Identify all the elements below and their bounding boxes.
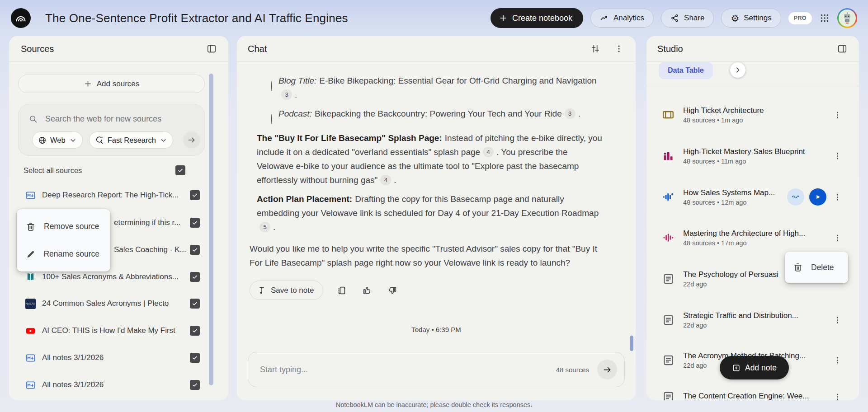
studio-panel: Studio Data Table High Ticket Architectu…: [646, 36, 859, 400]
chat-message: Blog Title:E-Bike Bikepacking: Essential…: [237, 62, 636, 300]
chat-input[interactable]: [260, 365, 556, 375]
source-checkbox[interactable]: [190, 218, 200, 228]
source-title: All notes 3/1/2026: [42, 353, 104, 362]
citation-chip[interactable]: 5: [259, 222, 270, 232]
data-table-chip[interactable]: Data Table: [659, 62, 713, 79]
chip-scroll-right-button[interactable]: [730, 62, 745, 78]
web-dropdown-label: Web: [50, 136, 66, 145]
rename-source-label: Rename source: [43, 249, 99, 259]
send-button[interactable]: [597, 360, 617, 379]
source-checkbox[interactable]: [190, 190, 200, 200]
source-checkbox[interactable]: [190, 245, 200, 255]
report-doc-icon: [661, 353, 675, 367]
studio-item[interactable]: The Content Creation Engine: Wee...: [646, 386, 859, 400]
search-sources-input[interactable]: [45, 114, 197, 124]
chat-settings-icon[interactable]: [589, 42, 602, 56]
studio-item-meta: 48 sources • 12m ago: [683, 199, 774, 206]
source-row[interactable]: Deep Research Report: The High-Tick...: [9, 185, 228, 205]
studio-item[interactable]: High Ticket Architecture 48 sources • 1m…: [646, 104, 859, 125]
apps-grid-icon[interactable]: [819, 13, 830, 23]
more-options-icon[interactable]: [831, 354, 844, 366]
citation-chip[interactable]: 3: [281, 89, 292, 100]
report-doc-icon: [661, 313, 675, 327]
source-checkbox[interactable]: [190, 380, 200, 390]
create-notebook-button[interactable]: Create notebook: [491, 8, 583, 28]
citation-chip[interactable]: 3: [565, 108, 576, 119]
studio-item-meta: 48 sources • 1m ago: [683, 117, 764, 124]
chat-bullet: Action Plan Placement:Drafting the copy …: [250, 192, 602, 234]
robot-avatar-icon: [842, 12, 853, 24]
citation-chip[interactable]: 4: [380, 175, 391, 185]
select-all-label: Select all sources: [24, 166, 82, 175]
interactive-mode-button[interactable]: [787, 188, 804, 206]
studio-item-meta: 22d ago: [683, 281, 778, 288]
more-options-icon[interactable]: [831, 390, 844, 400]
share-button[interactable]: Share: [661, 9, 714, 28]
more-options-icon[interactable]: [831, 314, 844, 326]
research-mode-dropdown[interactable]: Fast Research: [89, 131, 173, 149]
rename-source-menu-item[interactable]: Rename source: [17, 240, 110, 268]
studio-item[interactable]: High-Ticket Mastery Sales Blueprint 48 s…: [646, 145, 859, 166]
remove-source-label: Remove source: [44, 222, 99, 231]
bullet-lead: Action Plan Placement:: [257, 194, 352, 204]
search-icon: [28, 114, 38, 124]
source-row[interactable]: All notes 3/1/2026: [9, 375, 228, 395]
podcast-lead: Podcast:: [278, 109, 312, 118]
bar-chart-icon: [661, 149, 675, 163]
globe-icon: [38, 136, 47, 145]
studio-item[interactable]: Strategic Traffic and Distribution... 22…: [646, 309, 859, 330]
more-options-icon[interactable]: [831, 191, 844, 203]
source-checkbox[interactable]: [190, 353, 200, 363]
add-note-button[interactable]: Add note: [720, 356, 789, 379]
delete-menu-item[interactable]: Delete: [785, 254, 848, 281]
audio-overview-icon: [661, 190, 675, 204]
collapse-panel-icon[interactable]: [835, 42, 849, 56]
settings-button[interactable]: ⚙ Settings: [721, 9, 781, 28]
source-title: etermining if this r...: [114, 218, 180, 227]
analytics-button[interactable]: Analytics: [590, 9, 654, 28]
notebooklm-logo[interactable]: [11, 8, 31, 28]
notebook-title[interactable]: The One-Sentence Profit Extractor and AI…: [45, 0, 348, 36]
studio-item[interactable]: Mastering the Architecture of High... 48…: [646, 227, 859, 248]
source-checkbox[interactable]: [190, 299, 200, 309]
search-submit-button[interactable]: [183, 131, 200, 149]
studio-item-title: High Ticket Architecture: [683, 106, 764, 115]
chat-scrollbar[interactable]: [630, 336, 633, 351]
add-sources-button[interactable]: Add sources: [18, 75, 205, 93]
chat-closing-question: Would you like me to help you write the …: [250, 242, 602, 270]
markdown-source-icon: [25, 379, 36, 390]
studio-item-title: Mastering the Architecture of High...: [683, 229, 805, 238]
source-row[interactable]: All notes 3/1/2026: [9, 348, 228, 368]
logo-arcs-icon: [14, 11, 28, 25]
chat-panel-title: Chat: [248, 44, 267, 54]
flashcards-icon: [661, 108, 675, 122]
studio-item[interactable]: How Sales Systems Map... 48 sources • 12…: [646, 187, 859, 207]
copy-icon[interactable]: [335, 284, 349, 297]
source-checkbox[interactable]: [190, 326, 200, 336]
trash-icon: [793, 262, 803, 272]
select-all-checkbox[interactable]: [175, 165, 185, 175]
source-row[interactable]: PLECTO 24 Common Sales Acronyms | Plecto: [9, 294, 228, 314]
chat-more-options-icon[interactable]: [612, 42, 626, 56]
user-avatar[interactable]: [837, 8, 857, 28]
save-to-note-label: Save to note: [271, 283, 314, 297]
thumbs-down-icon[interactable]: [386, 284, 399, 297]
collapse-panel-icon[interactable]: [205, 42, 218, 56]
more-options-icon[interactable]: [831, 231, 844, 244]
web-source-dropdown[interactable]: Web: [32, 131, 83, 149]
chat-input-bar: 48 sources: [248, 352, 625, 387]
more-options-icon[interactable]: [831, 150, 844, 162]
remove-source-menu-item[interactable]: Remove source: [17, 213, 110, 240]
save-to-note-button[interactable]: Save to note: [250, 281, 323, 300]
thumbs-up-icon[interactable]: [360, 284, 374, 297]
play-button[interactable]: [809, 188, 826, 206]
sources-scrollbar[interactable]: [209, 74, 213, 385]
analytics-label: Analytics: [613, 14, 644, 23]
citation-chip[interactable]: 4: [483, 147, 494, 157]
studio-item-title: The Psychology of Persuasi: [683, 270, 778, 279]
add-note-label: Add note: [745, 363, 777, 373]
sources-panel: Sources Add sources Web Fast Research: [9, 36, 228, 400]
source-checkbox[interactable]: [190, 272, 200, 282]
more-options-icon[interactable]: [831, 108, 844, 121]
source-row[interactable]: AI CEO: THIS is How I'd Make My First ..…: [9, 321, 228, 341]
